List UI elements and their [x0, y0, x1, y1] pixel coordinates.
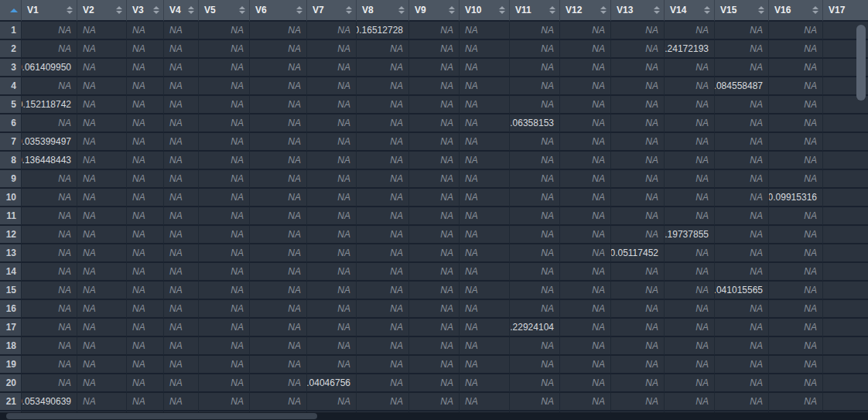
cell-v5-row8: NA [199, 152, 250, 170]
cell-v8-row21: NA [357, 393, 409, 411]
cell-v8-row18: NA [357, 337, 409, 356]
column-header-v8[interactable]: V8 [357, 0, 409, 22]
cell-v11-row7: NA [510, 133, 560, 152]
cell-v10-row3: NA [460, 59, 510, 77]
cell-v4-row1: NA [164, 22, 199, 40]
cell-v17-row15 [823, 282, 868, 300]
cell-v11-row12: NA [510, 226, 560, 244]
cell-v8-row7: NA [357, 133, 409, 152]
cell-v11-row13: NA [510, 244, 560, 263]
column-header-v9[interactable]: V9 [409, 0, 460, 22]
cell-v10-row18: NA [460, 337, 510, 356]
row-number: 11 [0, 207, 22, 226]
cell-v5-row4: NA [199, 77, 250, 96]
cell-v2-row19: NA [77, 356, 127, 374]
column-header-v17[interactable]: V17 [823, 0, 868, 22]
cell-v2-row14: NA [77, 263, 127, 282]
cell-v5-row19: NA [199, 356, 250, 374]
cell-v7-row1: NA [307, 22, 357, 40]
cell-v7-row11: NA [307, 207, 357, 226]
cell-v12-row8: NA [560, 152, 611, 170]
row-number: 9 [0, 170, 22, 189]
row-number: 13 [0, 244, 22, 263]
column-header-v16[interactable]: V16 [769, 0, 823, 22]
cell-v2-row7: NA [77, 133, 127, 152]
cell-v16-row17: NA [769, 319, 823, 337]
horizontal-scrollbar-track[interactable] [0, 412, 868, 420]
cell-v7-row21: NA [307, 393, 357, 411]
cell-v4-row10: NA [164, 189, 199, 207]
table-row: 18NANANANANANANANANANANANANANANANA [0, 337, 868, 356]
cell-v12-row2: NA [560, 40, 611, 59]
cell-v17-row18 [823, 337, 868, 356]
cell-v16-row11: NA [769, 207, 823, 226]
sort-toggle-icon [812, 6, 818, 14]
cell-v10-row21: NA [460, 393, 510, 411]
cell-v11-row18: NA [510, 337, 560, 356]
cell-v13-row20: NA [611, 374, 665, 393]
column-header-v13[interactable]: V13 [611, 0, 665, 22]
vertical-scrollbar-thumb[interactable] [856, 25, 866, 101]
table-row: 20NANANANANANA0.04046756NANANANANANANANA… [0, 374, 868, 393]
column-header-v5[interactable]: V5 [199, 0, 250, 22]
table-row: 1NANANANANANANA0.16512728NANANANANANANAN… [0, 22, 868, 40]
row-number: 15 [0, 282, 22, 300]
cell-v8-row5: NA [357, 96, 409, 114]
cell-v7-row20: 0.04046756 [307, 374, 357, 393]
column-header-v7[interactable]: V7 [307, 0, 357, 22]
cell-v5-row11: NA [199, 207, 250, 226]
cell-v1-row7: 0.035399497 [22, 133, 77, 152]
horizontal-scrollbar-thumb[interactable] [6, 413, 317, 419]
cell-v16-row3: NA [769, 59, 823, 77]
cell-v8-row14: NA [357, 263, 409, 282]
column-header-v2[interactable]: V2 [77, 0, 127, 22]
cell-v13-row12: NA [611, 226, 665, 244]
cell-v15-row15: 0.041015565 [715, 282, 769, 300]
column-header-v15[interactable]: V15 [715, 0, 769, 22]
cell-v3-row6: NA [127, 114, 164, 133]
cell-v16-row6: NA [769, 114, 823, 133]
table-row: 14NANANANANANANANANANANANANANANANA [0, 263, 868, 282]
cell-v7-row2: NA [307, 40, 357, 59]
cell-v11-row4: NA [510, 77, 560, 96]
column-header-v14[interactable]: V14 [665, 0, 715, 22]
column-header-v3[interactable]: V3 [127, 0, 164, 22]
header-row: V1V2V3V4V5V6V7V8V9V10V11V12V13V14V15V16V… [0, 0, 868, 22]
column-header-v1[interactable]: V1 [22, 0, 77, 22]
column-label: V7 [313, 5, 324, 15]
sort-toggle-icon [188, 6, 194, 14]
cell-v14-row20: NA [665, 374, 715, 393]
cell-v13-row19: NA [611, 356, 665, 374]
cell-v1-row5: 0.152118742 [22, 96, 77, 114]
column-header-v11[interactable]: V11 [510, 0, 560, 22]
corner-header[interactable] [0, 0, 22, 22]
cell-v1-row4: NA [22, 77, 77, 96]
cell-v1-row15: NA [22, 282, 77, 300]
cell-v4-row4: NA [164, 77, 199, 96]
cell-v14-row9: NA [665, 170, 715, 189]
cell-v8-row12: NA [357, 226, 409, 244]
sort-toggle-icon [704, 6, 710, 14]
row-number: 20 [0, 374, 22, 393]
cell-v4-row21: NA [164, 393, 199, 411]
column-header-v12[interactable]: V12 [560, 0, 611, 22]
cell-v11-row3: NA [510, 59, 560, 77]
cell-v2-row16: NA [77, 300, 127, 319]
cell-v17-row16 [823, 300, 868, 319]
cell-v1-row6: NA [22, 114, 77, 133]
cell-v1-row13: NA [22, 244, 77, 263]
cell-v6-row1: NA [250, 22, 307, 40]
cell-v13-row4: NA [611, 77, 665, 96]
cell-v6-row21: NA [250, 393, 307, 411]
cell-v13-row14: NA [611, 263, 665, 282]
column-header-v10[interactable]: V10 [460, 0, 510, 22]
cell-v12-row1: NA [560, 22, 611, 40]
column-header-v4[interactable]: V4 [164, 0, 199, 22]
cell-v2-row8: NA [77, 152, 127, 170]
cell-v2-row2: NA [77, 40, 127, 59]
cell-v4-row7: NA [164, 133, 199, 152]
cell-v17-row13 [823, 244, 868, 263]
row-number: 1 [0, 22, 22, 40]
column-header-v6[interactable]: V6 [250, 0, 307, 22]
cell-v3-row9: NA [127, 170, 164, 189]
